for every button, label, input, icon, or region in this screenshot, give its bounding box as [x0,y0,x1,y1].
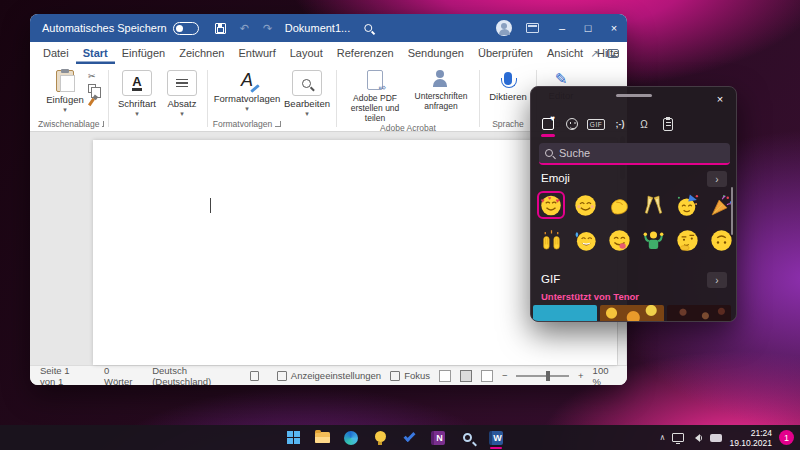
tray-overflow-chevron-icon[interactable]: ∧ [660,433,666,442]
menu-right-icons: ↗ [591,48,619,59]
tab-puia[interactable]: Puia [626,42,627,64]
cut-icon[interactable]: ✂ [88,71,96,81]
gif-thumbnails [533,305,731,322]
close-button[interactable]: × [601,14,627,42]
zoom-out-button[interactable]: − [502,370,508,381]
notification-badge[interactable]: 1 [779,430,794,445]
autosave-toggle[interactable] [173,22,199,35]
web-layout-icon[interactable] [481,370,493,382]
share-icon[interactable]: ↗ [591,48,599,59]
emoji-face-savoring-food[interactable] [605,226,633,254]
file-explorer-button[interactable] [310,426,334,449]
tab-start[interactable]: Start [76,42,115,64]
emoji-thinking-face[interactable] [673,226,701,254]
language-indicator[interactable]: Deutsch (Deutschland) [152,365,232,386]
font-button[interactable]: A Schriftart ▾ [118,68,156,116]
dialog-launcher-icon[interactable] [275,121,281,127]
emoji-smiling-face[interactable] [571,191,599,219]
autosave-toggle-group[interactable]: Automatisches Speichern [42,22,199,35]
read-mode-icon[interactable] [439,370,451,382]
word-button[interactable]: W [484,426,508,449]
paragraph-button[interactable]: Absatz ▾ [167,68,197,116]
gif-thumbnail[interactable] [533,305,597,322]
editing-button[interactable]: Bearbeiten ▾ [284,68,330,116]
tab-ueberpruefen[interactable]: Überprüfen [471,42,540,64]
clock[interactable]: 21:24 19.10.2021 [729,428,772,448]
print-layout-icon[interactable] [460,370,472,382]
tab-clipboard[interactable] [656,113,680,135]
tab-zeichnen[interactable]: Zeichnen [172,42,231,64]
emoji-more-button[interactable]: › [707,171,727,187]
format-painter-icon[interactable] [88,98,95,106]
desktop-wallpaper[interactable]: Automatisches Speichern ↶ ↷ ▾ Dokument1.… [0,0,800,450]
tab-recent[interactable] [536,113,560,135]
undo-icon[interactable]: ↶ [240,22,249,35]
lamp-app-button[interactable] [368,426,392,449]
maximize-button[interactable]: □ [575,14,601,42]
styles-label: Formatvorlagen [214,93,281,104]
search-app-button[interactable] [455,426,479,449]
todo-button[interactable] [397,426,421,449]
copy-icon[interactable] [88,84,96,93]
tab-layout[interactable]: Layout [283,42,330,64]
zoom-level[interactable]: 100 % [593,365,617,386]
drag-handle[interactable] [616,94,652,97]
tab-sendungen[interactable]: Sendungen [401,42,471,64]
tab-symbols[interactable]: Ω [632,113,656,135]
save-icon[interactable] [215,23,226,34]
page-indicator[interactable]: Seite 1 von 1 [40,365,86,386]
network-icon[interactable] [672,433,684,442]
styles-icon: A [241,70,253,91]
search-icon[interactable] [364,24,372,32]
gif-thumbnail[interactable] [600,305,664,322]
tab-kaomoji[interactable]: ;-) [608,113,632,135]
gif-more-button[interactable]: › [707,272,727,288]
minimize-button[interactable]: – [549,14,575,42]
dictate-button[interactable]: Diktieren [489,68,527,102]
focus-button[interactable]: Fokus [390,370,430,381]
search-input[interactable] [559,147,709,159]
create-pdf-button[interactable]: Adobe PDF erstellen und teilen [344,68,406,123]
emoji-raising-hands[interactable] [537,226,565,254]
dialog-launcher-icon[interactable] [102,121,104,127]
panel-close-icon[interactable]: × [712,91,728,107]
comments-icon[interactable] [607,49,619,58]
emoji-grinning-face-with-sweat[interactable] [571,226,599,254]
styles-button[interactable]: A Formatvorlagen ▾ [214,68,281,111]
display-settings-button[interactable]: Anzeigeeinstellungen [277,370,381,381]
paste-button[interactable]: Einfügen ▾ [46,68,84,112]
onenote-button[interactable]: N [426,426,450,449]
document-title-area: Dokument1... [285,22,372,34]
zoom-slider-thumb[interactable] [546,371,550,381]
tab-einfuegen[interactable]: Einfügen [115,42,172,64]
zoom-slider[interactable] [516,371,569,381]
accessibility-icon[interactable] [250,371,259,381]
tab-gif[interactable]: GIF [584,113,608,135]
ribbon-display-options-icon[interactable] [526,23,539,33]
request-signatures-button[interactable]: Unterschriften anfragen [410,68,472,111]
word-count[interactable]: 0 Wörter [104,365,134,386]
tab-emoji[interactable] [560,113,584,135]
tab-entwurf[interactable]: Entwurf [231,42,282,64]
emoji-picker-panel: × GIF ;-) Ω Emoji › ♥♥♥ [530,86,737,322]
panel-scrollbar[interactable] [731,187,734,235]
emoji-partying-face[interactable] [673,191,701,219]
emoji-clinking-glasses[interactable] [639,191,667,219]
camera-tray-icon[interactable] [710,434,722,442]
gif-thumbnail[interactable] [667,305,731,322]
tab-datei[interactable]: Datei [36,42,76,64]
tab-ansicht[interactable]: Ansicht [540,42,590,64]
edge-button[interactable] [339,426,363,449]
tab-referenzen[interactable]: Referenzen [330,42,401,64]
titlebar-right: – □ × [496,14,627,42]
zoom-in-button[interactable]: + [578,370,584,381]
start-button[interactable] [281,426,305,449]
redo-icon[interactable]: ↷ [263,22,272,35]
emoji-flexed-biceps[interactable] [605,191,633,219]
emoji-search[interactable] [539,143,730,165]
emoji-person-shrugging[interactable] [639,226,667,254]
volume-icon[interactable] [691,434,700,442]
account-avatar[interactable] [496,20,512,36]
clipboard-group-label: Zwischenablage [38,119,99,129]
emoji-smiling-face-with-hearts[interactable]: ♥♥♥ [537,191,565,219]
